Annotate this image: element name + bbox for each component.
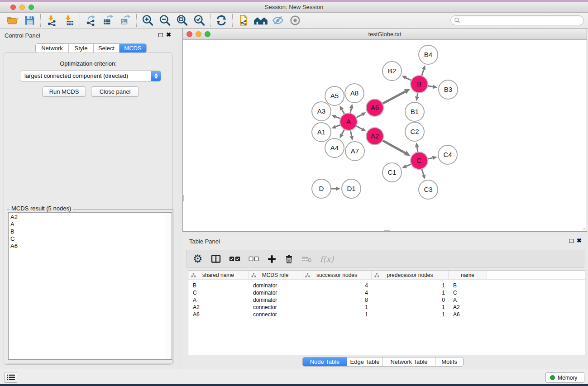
table-cell: 1: [372, 282, 445, 289]
toolbar-separator: [232, 14, 233, 27]
table-cell: 1: [302, 304, 368, 311]
desktop-background-bottom: [0, 384, 588, 386]
node-label-C2: C2: [410, 128, 419, 135]
mcds-result-item[interactable]: B: [9, 228, 172, 235]
save-icon[interactable]: [21, 13, 38, 28]
resize-grip-icon[interactable]: [581, 225, 586, 231]
node-label-D1: D1: [347, 185, 355, 192]
column-header-name[interactable]: name: [449, 271, 487, 279]
canvas-vertical-scroll-mark[interactable]: [183, 195, 184, 201]
zoom-selected-icon[interactable]: [191, 13, 208, 28]
node-label-A3: A3: [317, 107, 325, 115]
float-panel-icon[interactable]: [158, 33, 163, 37]
eye-icon[interactable]: [287, 13, 304, 28]
tab-network[interactable]: Network: [36, 44, 68, 52]
memory-button[interactable]: Memory: [545, 372, 584, 383]
home-pair-icon[interactable]: [252, 13, 269, 28]
table-cell: C: [193, 289, 197, 296]
node-label-A8: A8: [350, 89, 359, 97]
table-cell: connector: [253, 304, 277, 311]
table-cell: connector: [253, 311, 277, 318]
network-canvas[interactable]: AA1A2A3A4A5A6A7A8BB1B2B3B4CC1C2C3C4DD1: [183, 40, 587, 231]
node-label-C1: C1: [387, 168, 396, 176]
table-cell: 1: [302, 311, 368, 318]
mcds-result-item[interactable]: C: [9, 235, 172, 243]
table-cell: A: [193, 296, 196, 304]
mcds-result-item[interactable]: A6: [9, 243, 172, 250]
column-header-MCDS-role[interactable]: MCDS role: [249, 271, 302, 279]
search-field[interactable]: [450, 15, 584, 25]
function-builder-icon[interactable]: f(x): [320, 252, 334, 266]
delete-table-icon[interactable]: [301, 252, 312, 266]
status-bar: Memory: [0, 369, 588, 384]
main-toolbar: [0, 13, 588, 29]
node-label-A5: A5: [330, 92, 339, 100]
mcds-result-item[interactable]: A: [9, 221, 172, 228]
tab-select[interactable]: Select: [93, 44, 119, 52]
table-cell: B: [193, 282, 196, 289]
settings-gear-icon[interactable]: ⚙: [193, 252, 203, 266]
mcds-list-scrollbar[interactable]: [166, 213, 172, 359]
tab-motifs[interactable]: Motifs: [435, 357, 463, 366]
mcds-tab-content: Optimization criterion: largest connecte…: [4, 52, 173, 365]
export-network-icon[interactable]: [82, 13, 100, 28]
import-network-icon[interactable]: [43, 13, 60, 28]
task-history-button[interactable]: [5, 372, 17, 383]
table-cell: A6: [193, 311, 200, 318]
network-window-titlebar[interactable]: testGlobe.txt: [183, 29, 587, 40]
add-column-icon[interactable]: [267, 252, 277, 266]
column-header-successor-nodes[interactable]: successor nodes: [302, 271, 372, 279]
tab-network-table[interactable]: Network Table: [382, 357, 435, 366]
deselect-all-icon[interactable]: [249, 252, 259, 266]
table-cell: A2: [193, 304, 200, 311]
tab-edge-table[interactable]: Edge Table: [347, 357, 382, 366]
toolbar-separator: [40, 14, 41, 27]
toolbar-icon-group: [4, 13, 304, 28]
mcds-result-title: MCDS result (5 nodes): [10, 205, 73, 212]
canvas-horizontal-scroll-mark[interactable]: [384, 230, 390, 231]
export-image-icon[interactable]: [117, 13, 134, 28]
node-label-B1: B1: [411, 108, 419, 115]
close-panel-icon[interactable]: ✖: [166, 33, 171, 37]
column-header-shared-name[interactable]: shared name: [188, 271, 249, 279]
table-cell: dominator: [253, 296, 277, 304]
tab-style[interactable]: Style: [68, 44, 93, 52]
close-panel-button[interactable]: Close panel: [91, 86, 139, 97]
export-table-icon[interactable]: [100, 13, 117, 28]
node-label-B: B: [417, 80, 421, 88]
search-input[interactable]: [462, 17, 580, 24]
tab-mcds[interactable]: MCDS: [119, 44, 146, 52]
zoom-in-icon[interactable]: [139, 13, 156, 28]
open-folder-icon[interactable]: [4, 13, 21, 28]
import-table-icon[interactable]: [60, 13, 77, 28]
hide-eye-icon[interactable]: [269, 13, 287, 28]
close-table-panel-icon[interactable]: ✖: [577, 238, 582, 243]
table-panel-title: Table Panel: [189, 238, 220, 245]
node-label-D: D: [319, 185, 324, 192]
toolbar-separator: [80, 14, 80, 27]
mcds-result-item[interactable]: A2: [9, 214, 172, 221]
select-all-icon[interactable]: [229, 252, 241, 266]
memory-label: Memory: [558, 375, 577, 381]
split-view-icon[interactable]: [210, 252, 221, 266]
node-label-C: C: [417, 157, 422, 164]
delete-column-icon[interactable]: [284, 252, 294, 266]
clone-network-icon[interactable]: [235, 13, 252, 28]
node-label-C4: C4: [443, 151, 452, 158]
network-graph[interactable]: AA1A2A3A4A5A6A7A8BB1B2B3B4CC1C2C3C4DD1: [183, 40, 587, 231]
refresh-icon[interactable]: [213, 13, 230, 28]
control-panel-title: Control Panel: [5, 32, 40, 39]
node-label-A2: A2: [371, 132, 379, 140]
mcds-result-list[interactable]: A2ABCA6: [8, 212, 172, 360]
network-view-window: testGlobe.txt AA1A2A3A4A5A6A7A8BB1B2B3B4…: [182, 28, 587, 232]
zoom-fit-icon[interactable]: [173, 13, 191, 28]
float-table-panel-icon[interactable]: [569, 239, 574, 243]
run-mcds-button[interactable]: Run MCDS: [42, 86, 86, 97]
tab-node-table[interactable]: Node Table: [303, 357, 347, 366]
column-header-predecessor-nodes[interactable]: predecessor nodes: [372, 271, 449, 279]
table-cell: dominator: [253, 282, 277, 289]
zoom-out-icon[interactable]: [156, 13, 173, 28]
app-title: Session: New Session: [0, 4, 588, 10]
node-label-B3: B3: [444, 86, 452, 93]
optimization-dropdown[interactable]: largest connected component (directed): [20, 71, 161, 81]
